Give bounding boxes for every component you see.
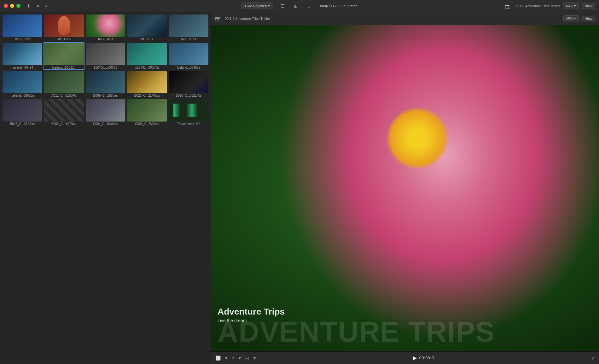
media-thumbnail [3,14,42,37]
media-thumbnail [44,71,84,94]
media-item[interactable]: IMG_0873 [169,14,208,41]
media-item[interactable]: 150731...00087a [127,43,167,69]
media-thumbnail [169,43,208,65]
main-layout: IMG_0322 IMG_0367 IMG_0453 IMG_0730 IMG_… [0,12,599,364]
media-item[interactable]: B025_C...21MEbs [127,71,167,98]
chevron-down-icon: ▾ [268,4,270,8]
media-label: Iceland...00620a [3,94,42,97]
media-thumbnail [3,99,42,122]
media-item[interactable]: IMG_0453 [86,14,125,41]
media-label: Iceland...00494 [3,66,42,69]
media-label: B009_C...187Vas [86,94,125,97]
media-label: 150731...00087a [127,66,167,69]
media-grid: IMG_0322 IMG_0367 IMG_0453 IMG_0730 IMG_… [0,12,211,364]
camera-icon: 📷 [505,3,510,9]
chevron-down-icon: ▾ [574,16,576,20]
view-grid-icon[interactable]: ⊞ [292,3,300,9]
titlebar-center: Hide Rejected ▾ ☰ ⊞ ⌕ 1080p HD 23.98p, S… [241,3,358,9]
media-label: IMG_0873 [169,37,208,41]
media-item[interactable]: IMG_0367 [44,14,84,41]
media-thumbnail [86,43,125,65]
adventure-title-large: ADVENTURE TRIPS [218,317,495,348]
media-thumbnail [127,99,167,122]
fullscreen-button[interactable] [16,4,20,8]
lotus-background [211,25,599,351]
transform-icon[interactable]: ⌖ [231,354,235,361]
media-thumbnail [3,71,42,94]
view-button[interactable]: View [582,3,595,9]
media-browser: IMG_0322 IMG_0367 IMG_0453 IMG_0730 IMG_… [0,12,211,364]
media-item[interactable]: Iceland...00462a [169,43,208,69]
close-button[interactable] [4,4,8,8]
media-thumbnail [44,43,84,65]
play-button[interactable]: ▶ [413,355,417,361]
checkmark-icon[interactable]: ✓ [45,3,49,9]
viewer-topbar: 📷 00.1.0 Adventure Trips Trailer 66% ▾ V… [211,12,599,25]
media-thumbnail [169,71,208,94]
media-item[interactable]: B009_C...187Vas [86,71,125,98]
zoom-select[interactable]: 66% ▾ [563,15,579,21]
chevron-down-icon[interactable]: ▾ [224,355,228,361]
media-label: Iceland...00462a [169,66,208,69]
media-item[interactable]: C004_C...5U6acs [86,99,125,126]
media-label: A011_C...516BPs [44,94,84,97]
media-item[interactable]: C003_C...WZacs [127,99,167,126]
adventure-title: Adventure Trips [218,307,285,317]
media-label: C003_C...WZacs [127,122,167,126]
chevron-down-icon-2[interactable]: ▾ [238,355,242,361]
media-item[interactable]: Iceland...00620a [3,71,42,98]
view-select[interactable]: View [582,16,595,21]
media-label: C004_C...5U6acs [86,122,125,126]
video-viewer: Adventure Trips Live the dream ADVENTURE… [211,25,599,351]
chevron-down-icon: ▾ [574,4,576,8]
download-icon[interactable]: ⬇ [27,3,31,9]
media-label: B002_C...14TNas [44,122,84,126]
viewer-image: Adventure Trips Live the dream ADVENTURE… [211,25,599,351]
media-item[interactable]: A011_C...516BPs [44,71,84,98]
media-label: IMG_0367 [44,37,84,41]
traffic-lights [4,4,20,8]
media-item[interactable]: Iceland...000314 [44,43,84,69]
minimize-button[interactable] [10,4,14,8]
media-label: 150730...v00083 [86,66,125,69]
sequence-name-label: 00.1.0 Adventure Trips Trailer [225,17,270,20]
media-thumbnail [127,14,167,37]
media-label: IMG_0322 [3,37,42,41]
search-icon[interactable]: ⌕ [305,3,313,9]
media-thumbnail [3,43,42,65]
crop-icon[interactable]: ⬜ [214,355,222,361]
media-item[interactable]: 150730...v00083 [86,43,125,69]
media-thumbnail [86,71,125,94]
zoom-button[interactable]: 66% ▾ [563,3,579,9]
media-thumbnail [44,14,84,37]
media-item[interactable]: B028_C...21A6as [3,99,42,126]
media-label: B026_C...0521IXs [169,94,208,97]
media-label: B028_C...21A6as [3,122,42,126]
media-label: B025_C...21MEbs [127,94,167,97]
media-thumbnail [169,99,208,122]
timecode-display: 00:00:0 [419,355,434,360]
chevron-down-icon-3[interactable]: ▾ [253,355,257,361]
media-label: IMG_0453 [86,37,125,41]
media-thumbnail [86,14,125,37]
media-item[interactable]: IMG_0730 [127,14,167,41]
media-item[interactable]: IMG_0322 [3,14,42,41]
media-item[interactable]: Travel theme v.2 [169,99,208,126]
fullscreen-icon[interactable]: ⤢ [590,355,596,361]
media-thumbnail [169,14,208,37]
key-icon[interactable]: ⌗ [37,3,39,9]
camera-icon: 📷 [215,16,220,21]
media-label: Travel theme v.2 [169,122,208,126]
titlebar: ⬇ ⌗ ✓ Hide Rejected ▾ ☰ ⊞ ⌕ 1080p HD 23.… [0,0,599,12]
view-list-icon[interactable]: ☰ [278,3,287,9]
media-item[interactable]: B002_C...14TNas [44,99,84,126]
hide-rejected-button[interactable]: Hide Rejected ▾ [241,3,273,9]
lotus-center [386,107,449,170]
media-item[interactable]: B026_C...0521IXs [169,71,208,98]
titlebar-right: 📷 00.1.0 Adventure Trips Trailer 66% ▾ V… [505,3,595,9]
viewer-controls: ⬜ ▾ ⌖ ▾ ◎ ▾ ▶ 00:00:0 ⤢ [211,351,599,364]
media-item[interactable]: Iceland...00494 [3,43,42,69]
viewer-panel: 📷 00.1.0 Adventure Trips Trailer 66% ▾ V… [211,12,599,364]
color-icon[interactable]: ◎ [244,355,250,361]
media-thumbnail [127,43,167,65]
